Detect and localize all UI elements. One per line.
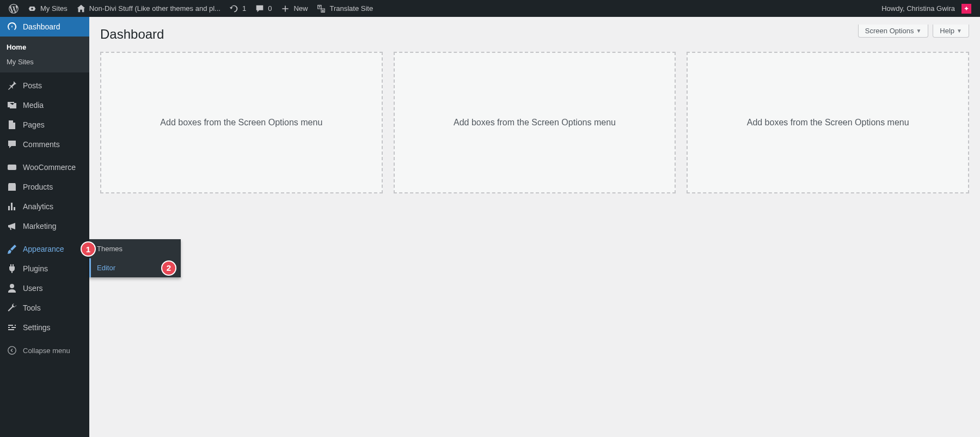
sidebar-item-marketing[interactable]: Marketing — [0, 216, 89, 236]
sliders-icon — [7, 322, 17, 333]
sidebar-tools-label: Tools — [23, 304, 41, 312]
sidebar-item-users[interactable]: Users — [0, 278, 89, 298]
adminbar-comments[interactable]: 0 — [250, 0, 276, 17]
sidebar-collapse[interactable]: Collapse menu — [0, 341, 89, 360]
analytics-icon — [7, 201, 17, 212]
page-title: Dashboard — [100, 25, 164, 52]
sidebar-subitem-mysites[interactable]: My Sites — [0, 54, 89, 69]
megaphone-icon — [7, 221, 17, 232]
sidebar-item-dashboard[interactable]: Dashboard — [0, 17, 89, 37]
sidebar-item-settings[interactable]: Settings — [0, 318, 89, 337]
sidebar-products-label: Products — [23, 183, 53, 191]
woocommerce-icon — [7, 162, 17, 173]
media-icon — [7, 100, 17, 111]
dashboard-column-3: Add boxes from the Screen Options menu — [687, 52, 969, 193]
avatar-icon: ✦ — [961, 4, 971, 14]
sidebar-item-appearance[interactable]: Appearance 1 Themes Editor 2 — [0, 239, 89, 259]
adminbar-translate[interactable]: Translate Site — [312, 0, 377, 17]
network-icon — [27, 4, 37, 14]
adminbar-howdy-label: Howdy, Christina Gwira — [881, 4, 955, 13]
sidebar-item-posts[interactable]: Posts — [0, 76, 89, 95]
plug-icon — [7, 263, 17, 274]
wrench-icon — [7, 302, 17, 313]
help-label: Help — [940, 27, 954, 35]
main-content: Dashboard Screen Options ▼ Help ▼ Add bo… — [89, 17, 980, 437]
sidebar-comments-label: Comments — [23, 140, 60, 149]
adminbar-mysites-label: My Sites — [40, 4, 68, 13]
dashboard-column-1: Add boxes from the Screen Options menu — [100, 52, 383, 193]
admin-bar-left: My Sites Non-Divi Stuff (Like other them… — [4, 0, 377, 17]
adminbar-account[interactable]: Howdy, Christina Gwira ✦ — [877, 0, 976, 17]
dashboard-placeholder-text: Add boxes from the Screen Options menu — [160, 118, 322, 128]
app-body: Dashboard Home My Sites Posts Media Page… — [0, 17, 980, 437]
sidebar-item-products[interactable]: Products — [0, 177, 89, 197]
admin-bar: My Sites Non-Divi Stuff (Like other them… — [0, 0, 980, 17]
admin-sidebar: Dashboard Home My Sites Posts Media Page… — [0, 17, 89, 437]
help-button[interactable]: Help ▼ — [933, 25, 969, 38]
sidebar-users-label: Users — [23, 284, 43, 293]
wordpress-icon — [9, 4, 19, 14]
sidebar-subitem-home[interactable]: Home — [0, 40, 89, 54]
sidebar-item-media[interactable]: Media — [0, 95, 89, 115]
sidebar-settings-label: Settings — [23, 323, 51, 332]
sidebar-item-comments[interactable]: Comments — [0, 135, 89, 154]
dashboard-placeholder-text: Add boxes from the Screen Options menu — [747, 118, 909, 128]
sidebar-item-tools[interactable]: Tools — [0, 298, 89, 318]
refresh-icon — [229, 4, 239, 14]
sidebar-dashboard-label: Dashboard — [23, 22, 60, 31]
adminbar-sitename-label: Non-Divi Stuff (Like other themes and pl… — [89, 4, 220, 13]
comment-icon — [255, 4, 265, 14]
adminbar-new[interactable]: New — [276, 0, 312, 17]
dashboard-placeholder-text: Add boxes from the Screen Options menu — [454, 118, 616, 128]
svg-point-1 — [8, 347, 16, 354]
sidebar-posts-label: Posts — [23, 81, 42, 90]
sidebar-item-woocommerce[interactable]: WooCommerce — [0, 157, 89, 177]
screen-options-button[interactable]: Screen Options ▼ — [858, 25, 929, 38]
sidebar-pages-label: Pages — [23, 120, 45, 129]
collapse-icon — [7, 345, 17, 356]
sidebar-media-label: Media — [23, 101, 44, 110]
adminbar-updates-count: 1 — [242, 4, 246, 13]
dashboard-icon — [7, 21, 17, 32]
annotation-badge-2: 2 — [161, 260, 176, 276]
sidebar-item-plugins[interactable]: Plugins — [0, 259, 89, 278]
plus-icon — [280, 4, 290, 14]
adminbar-new-label: New — [293, 4, 308, 13]
screen-options-label: Screen Options — [865, 27, 914, 35]
adminbar-mysites[interactable]: My Sites — [23, 0, 72, 17]
adminbar-translate-label: Translate Site — [329, 4, 373, 13]
dashboard-column-2: Add boxes from the Screen Options menu — [394, 52, 676, 193]
products-icon — [7, 181, 17, 192]
sidebar-collapse-label: Collapse menu — [23, 347, 70, 355]
pin-icon — [7, 80, 17, 91]
sidebar-appearance-label: Appearance — [23, 245, 64, 253]
sidebar-analytics-label: Analytics — [23, 202, 53, 211]
wp-logo[interactable] — [4, 0, 23, 17]
translate-icon — [316, 4, 326, 14]
sidebar-woocommerce-label: WooCommerce — [23, 163, 76, 172]
dashboard-widgets: Add boxes from the Screen Options menu A… — [100, 52, 969, 193]
adminbar-updates[interactable]: 1 — [225, 0, 250, 17]
chevron-down-icon: ▼ — [957, 28, 962, 34]
sidebar-item-pages[interactable]: Pages — [0, 115, 89, 135]
adminbar-sitename[interactable]: Non-Divi Stuff (Like other themes and pl… — [72, 0, 225, 17]
sidebar-item-analytics[interactable]: Analytics — [0, 197, 89, 216]
annotation-badge-1: 1 — [81, 241, 96, 257]
sidebar-submenu-dashboard: Home My Sites — [0, 37, 89, 72]
svg-rect-0 — [8, 165, 16, 170]
chevron-down-icon: ▼ — [916, 28, 921, 34]
screen-toggles: Screen Options ▼ Help ▼ — [858, 25, 969, 38]
comments-icon — [7, 139, 17, 150]
content-header: Dashboard Screen Options ▼ Help ▼ — [100, 25, 969, 52]
home-icon — [76, 4, 86, 14]
adminbar-comments-count: 0 — [268, 4, 272, 13]
sidebar-plugins-label: Plugins — [23, 264, 48, 273]
admin-bar-right: Howdy, Christina Gwira ✦ — [877, 0, 976, 17]
user-icon — [7, 283, 17, 294]
sidebar-marketing-label: Marketing — [23, 222, 56, 230]
brush-icon — [7, 244, 17, 254]
page-icon — [7, 119, 17, 130]
